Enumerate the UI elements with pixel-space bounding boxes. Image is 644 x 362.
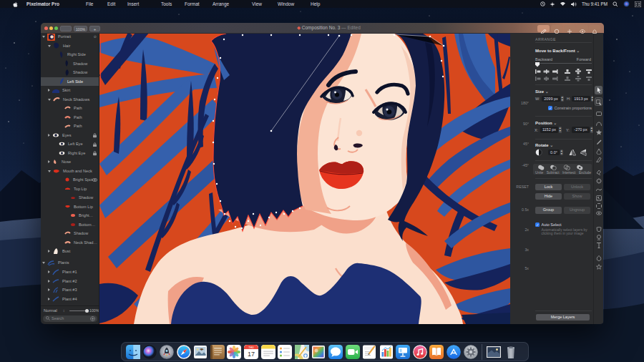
svg-text:17: 17 (248, 350, 255, 357)
svg-text:THU: THU (248, 346, 254, 348)
